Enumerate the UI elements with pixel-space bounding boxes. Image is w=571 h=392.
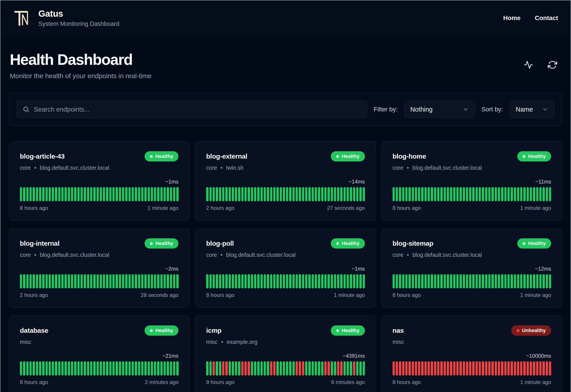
uptime-bar[interactable]	[222, 187, 224, 201]
uptime-bar[interactable]	[116, 187, 118, 201]
uptime-bar[interactable]	[356, 274, 359, 288]
uptime-bar[interactable]	[459, 361, 462, 376]
uptime-bar[interactable]	[257, 274, 259, 288]
uptime-bar[interactable]	[32, 274, 35, 288]
uptime-bar[interactable]	[49, 187, 51, 201]
uptime-bar[interactable]	[479, 361, 481, 376]
uptime-bar[interactable]	[144, 187, 147, 201]
uptime-bar[interactable]	[251, 274, 253, 288]
uptime-bar[interactable]	[396, 361, 398, 376]
uptime-bar[interactable]	[36, 187, 38, 201]
uptime-bar[interactable]	[232, 274, 234, 288]
uptime-bar[interactable]	[87, 274, 89, 288]
uptime-bar[interactable]	[299, 361, 301, 376]
uptime-bar[interactable]	[251, 187, 253, 201]
uptime-bar[interactable]	[112, 361, 115, 376]
uptime-bar[interactable]	[392, 187, 395, 201]
uptime-bar[interactable]	[235, 187, 237, 201]
uptime-bar[interactable]	[546, 274, 548, 288]
uptime-bar[interactable]	[32, 361, 35, 376]
uptime-bar[interactable]	[55, 361, 57, 376]
uptime-bar[interactable]	[52, 187, 54, 201]
uptime-bar[interactable]	[463, 361, 465, 376]
uptime-bar[interactable]	[308, 187, 311, 201]
uptime-bar[interactable]	[42, 187, 44, 201]
uptime-bar[interactable]	[514, 187, 516, 201]
uptime-bar[interactable]	[466, 361, 468, 376]
uptime-bar[interactable]	[151, 274, 153, 288]
uptime-bar[interactable]	[527, 274, 529, 288]
uptime-bar[interactable]	[87, 187, 89, 201]
uptime-bar[interactable]	[58, 274, 60, 288]
uptime-bar[interactable]	[222, 274, 224, 288]
uptime-bar[interactable]	[415, 361, 417, 376]
uptime-bar[interactable]	[61, 361, 64, 376]
uptime-bar[interactable]	[482, 187, 484, 201]
uptime-bar[interactable]	[64, 361, 67, 376]
uptime-bar[interactable]	[491, 361, 494, 376]
uptime-bar[interactable]	[58, 187, 60, 201]
uptime-bar[interactable]	[248, 361, 250, 376]
uptime-bar[interactable]	[549, 361, 551, 376]
uptime-bar[interactable]	[286, 187, 288, 201]
uptime-bar[interactable]	[116, 274, 118, 288]
uptime-bar[interactable]	[254, 274, 256, 288]
uptime-bar[interactable]	[125, 187, 127, 201]
uptime-bar[interactable]	[151, 187, 153, 201]
uptime-bar[interactable]	[495, 274, 497, 288]
uptime-bar[interactable]	[267, 187, 269, 201]
uptime-bar[interactable]	[533, 274, 535, 288]
uptime-bar[interactable]	[402, 274, 404, 288]
uptime-bar[interactable]	[241, 187, 243, 201]
uptime-bar[interactable]	[476, 187, 478, 201]
uptime-bar[interactable]	[157, 274, 159, 288]
uptime-bar[interactable]	[421, 361, 423, 376]
uptime-bar[interactable]	[164, 187, 166, 201]
uptime-bar[interactable]	[331, 187, 333, 201]
uptime-bar[interactable]	[482, 274, 484, 288]
uptime-bar[interactable]	[109, 274, 112, 288]
uptime-bar[interactable]	[68, 361, 70, 376]
uptime-bar[interactable]	[412, 361, 414, 376]
uptime-bar[interactable]	[39, 187, 41, 201]
uptime-bar[interactable]	[466, 187, 468, 201]
uptime-bar[interactable]	[308, 274, 311, 288]
uptime-bar[interactable]	[254, 187, 256, 201]
uptime-bar[interactable]	[206, 274, 208, 288]
uptime-bar[interactable]	[173, 274, 175, 288]
uptime-bar[interactable]	[405, 187, 407, 201]
uptime-bar[interactable]	[30, 361, 32, 376]
uptime-bar[interactable]	[456, 274, 459, 288]
uptime-bar[interactable]	[283, 274, 285, 288]
uptime-bar[interactable]	[64, 274, 67, 288]
uptime-bar[interactable]	[539, 361, 541, 376]
uptime-bar[interactable]	[440, 361, 443, 376]
uptime-bar[interactable]	[514, 361, 516, 376]
uptime-bar[interactable]	[434, 187, 436, 201]
uptime-bar[interactable]	[170, 187, 172, 201]
uptime-bar[interactable]	[418, 274, 420, 288]
uptime-bar[interactable]	[122, 187, 124, 201]
uptime-bar[interactable]	[270, 361, 272, 376]
uptime-bar[interactable]	[68, 187, 70, 201]
uptime-bar[interactable]	[296, 187, 298, 201]
uptime-bar[interactable]	[144, 274, 147, 288]
uptime-bar[interactable]	[324, 274, 327, 288]
uptime-bar[interactable]	[45, 361, 48, 376]
brand[interactable]: Gatus System Monitoring Dashboard	[13, 8, 119, 28]
uptime-bar[interactable]	[472, 187, 474, 201]
uptime-bar[interactable]	[212, 274, 215, 288]
uptime-bar[interactable]	[280, 274, 282, 288]
uptime-bar[interactable]	[328, 187, 330, 201]
uptime-bar[interactable]	[251, 361, 253, 376]
uptime-bar[interactable]	[421, 187, 423, 201]
uptime-bar[interactable]	[415, 274, 417, 288]
uptime-bar[interactable]	[292, 361, 295, 376]
uptime-bar[interactable]	[331, 274, 333, 288]
uptime-bar[interactable]	[444, 274, 446, 288]
uptime-bar[interactable]	[20, 361, 22, 376]
uptime-bar[interactable]	[97, 187, 99, 201]
uptime-bar[interactable]	[312, 187, 314, 201]
uptime-bar[interactable]	[463, 274, 465, 288]
search-input[interactable]	[17, 101, 367, 118]
